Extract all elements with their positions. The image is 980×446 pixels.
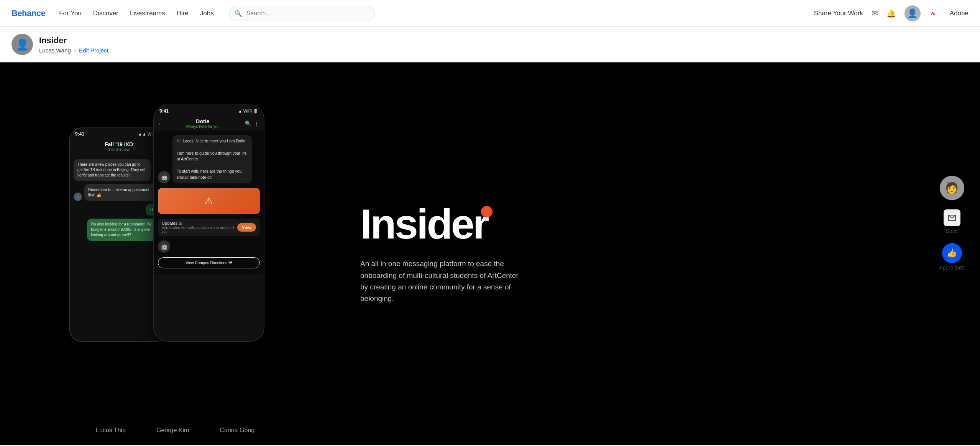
message-bubble-2: Remember to make an appointment first! 👍 xyxy=(84,184,161,201)
dotie-avatar-2: 🤖 xyxy=(158,240,170,253)
orange-card: ⚠ xyxy=(158,188,260,214)
right-sidebar: 🧑 Save 👍 Appreciate xyxy=(939,176,965,271)
bottom-names-row: Lucas Thip George Kim Carina Gong xyxy=(96,427,254,434)
share-work-button[interactable]: Share Your Work xyxy=(814,10,863,17)
search-container: 🔍 xyxy=(229,6,375,21)
phones-area: 9:41 ▲▲ WiFi 🔋 Fall '19 IXD 3 online now… xyxy=(69,97,330,411)
insider-dot xyxy=(481,206,492,217)
project-title-block: Insider Lucas Wang • Edit Project xyxy=(39,36,108,54)
dotie-messages: 🤖 Hi, Lucas! Nice to meet you I am Dotie… xyxy=(154,131,264,274)
hero-area: 9:41 ▲▲ WiFi 🔋 Fall '19 IXD 3 online now… xyxy=(0,62,980,445)
insider-logo: Insider xyxy=(360,203,488,245)
name-1: Lucas Thip xyxy=(96,427,126,434)
search-icon: 🔍 xyxy=(235,10,242,17)
updates-row: Updates ⚠ Here's what the staffs at ACCD… xyxy=(158,219,260,236)
updates-label: Updates ⚠ xyxy=(162,221,237,226)
save-label: Save xyxy=(946,228,958,234)
project-meta: 👤 Insider Lucas Wang • Edit Project xyxy=(0,27,980,62)
appreciate-label: Appreciate xyxy=(939,265,965,271)
main-nav: For You Discover Livestreams Hire Jobs xyxy=(59,10,213,17)
dotie-title-row: ‹ Dotie Always here for you 🔍 ⋮ xyxy=(159,118,259,129)
search-chat-icon[interactable]: 🔍 xyxy=(245,121,251,126)
back-online-count: 3 online now xyxy=(74,147,163,152)
adobe-logo: Ai xyxy=(931,10,941,17)
dotie-avatar: 🤖 xyxy=(158,171,170,183)
dotie-chat-header: ‹ Dotie Always here for you 🔍 ⋮ xyxy=(154,115,264,131)
dotie-status: Always here for you xyxy=(186,124,220,129)
dotie-intro-bubble: Hi, Lucas! Nice to meet you I am Dotie!I… xyxy=(172,135,252,183)
insider-description: An all in one messaging platform to ease… xyxy=(360,258,521,305)
dotie-back-arrow[interactable]: ‹ xyxy=(159,121,161,127)
search-input[interactable] xyxy=(229,6,375,21)
message-row-2: 👤 Remember to make an appointment first!… xyxy=(74,184,164,201)
header: Behance For You Discover Livestreams Hir… xyxy=(0,0,980,27)
front-phone-time: 9:41 xyxy=(159,108,169,114)
insider-title-text: Insider xyxy=(360,200,488,247)
campus-btn-text: View Campus Directions 🗺 xyxy=(185,261,232,265)
back-chat-title: Fall '19 IXD xyxy=(74,141,163,147)
sidebar-user-avatar[interactable]: 🧑 xyxy=(940,176,964,200)
appreciate-button[interactable]: 👍 Appreciate xyxy=(939,243,965,271)
dotie-name-block: Dotie Always here for you xyxy=(186,118,220,129)
project-author-row: Lucas Wang • Edit Project xyxy=(39,47,108,54)
dotie-intro-row: 🤖 Hi, Lucas! Nice to meet you I am Dotie… xyxy=(158,135,260,183)
adobe-label: Adobe xyxy=(950,10,969,17)
edit-project-button[interactable]: Edit Project xyxy=(79,47,108,54)
dotie-name: Dotie xyxy=(186,118,220,124)
message-bubble-1: There are a few places you can go to get… xyxy=(74,159,151,181)
nav-discover[interactable]: Discover xyxy=(93,10,118,17)
more-options-icon[interactable]: ⋮ xyxy=(254,121,259,126)
save-icon xyxy=(944,209,960,226)
nav-hire[interactable]: Hire xyxy=(177,10,189,17)
insider-text-area: Insider An all in one messaging platform… xyxy=(360,203,521,305)
front-phone-topbar: 9:41 ▲ WiFi 🔋 xyxy=(154,105,264,115)
project-author-avatar[interactable]: 👤 xyxy=(11,34,33,55)
user-avatar[interactable]: 👤 xyxy=(904,5,921,21)
view-button[interactable]: View xyxy=(237,223,256,232)
header-right: Share Your Work ✉ 🔔 👤 Ai Adobe xyxy=(814,5,969,21)
front-phone-icons: ▲ WiFi 🔋 xyxy=(238,109,258,114)
updates-info: Updates ⚠ Here's what the staffs at ACCD… xyxy=(162,221,237,234)
name-3: Carina Gong xyxy=(220,427,254,434)
project-title: Insider xyxy=(39,36,108,46)
back-phone-time: 9:41 xyxy=(75,131,84,137)
appreciate-icon: 👍 xyxy=(942,243,962,263)
dotie-header-icons: 🔍 ⋮ xyxy=(245,121,259,126)
msg-avatar-small: 👤 xyxy=(74,193,82,201)
svg-text:Ai: Ai xyxy=(931,11,936,16)
author-name[interactable]: Lucas Wang xyxy=(39,47,71,54)
updates-sub: Here's what the staffs at ACCD wants me … xyxy=(162,226,237,234)
warning-icon: ⚠ xyxy=(205,196,213,206)
save-button[interactable]: Save xyxy=(944,209,960,234)
notification-icon[interactable]: 🔔 xyxy=(886,9,896,18)
mail-icon[interactable]: ✉ xyxy=(872,9,878,18)
nav-jobs[interactable]: Jobs xyxy=(200,10,214,17)
behance-logo[interactable]: Behance xyxy=(11,8,45,18)
message-bubble-4: I'm also looking for a roommate! My budg… xyxy=(87,219,164,241)
nav-livestreams[interactable]: Livestreams xyxy=(130,10,165,17)
phone-front: 9:41 ▲ WiFi 🔋 ‹ Dotie Always here for yo… xyxy=(153,105,264,342)
campus-directions-button[interactable]: View Campus Directions 🗺 xyxy=(158,257,260,268)
name-2: George Kim xyxy=(156,427,189,434)
nav-for-you[interactable]: For You xyxy=(59,10,82,17)
page-content: 👤 Insider Lucas Wang • Edit Project 9:41… xyxy=(0,27,980,445)
dot-separator: • xyxy=(74,47,76,54)
